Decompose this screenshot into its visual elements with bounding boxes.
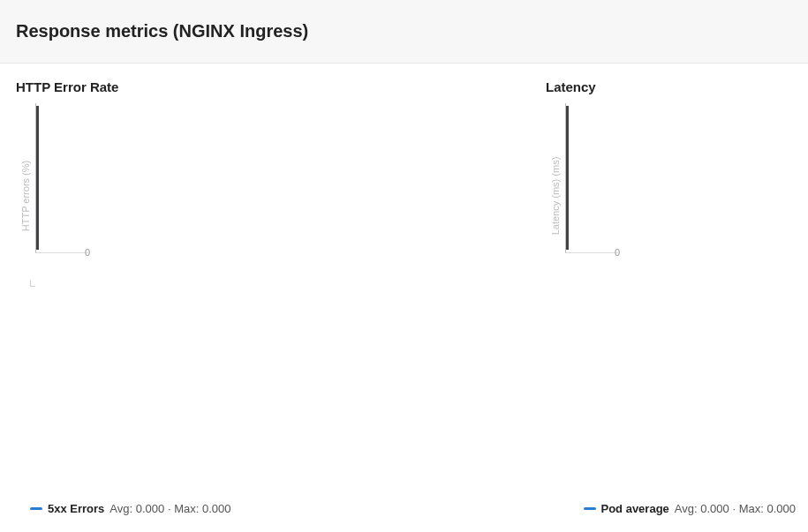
chart-http-error-rate: HTTP Error Rate HTTP errors (%) 0 — [16, 79, 546, 531]
panel-body: HTTP Error Rate HTTP errors (%) 0 Latenc… — [0, 64, 808, 531]
y-axis-label-text: HTTP errors (%) — [20, 161, 31, 231]
legend-sep: · — [168, 502, 171, 515]
chart-title: Latency — [546, 79, 793, 94]
legend-max-label: Max: — [174, 502, 199, 515]
legend-series-name: Pod average — [601, 502, 669, 515]
y-tick-0: 0 — [615, 247, 620, 258]
legend-avg-label: Avg: — [109, 502, 132, 515]
legend-sep: · — [732, 502, 736, 515]
legend-max-value: 0.000 — [766, 502, 796, 515]
legend-max-label: Max: — [739, 502, 764, 515]
legend-max-value: 0.000 — [202, 502, 231, 515]
legend-avg-value: 0.000 — [700, 502, 729, 515]
plot-area — [35, 103, 88, 253]
legend-stats: Avg: 0.000 · Max: 0.000 — [109, 502, 230, 515]
y-axis-label: Latency (ms) (ms) — [547, 103, 563, 288]
chart-plot: Latency (ms) (ms) 0 — [546, 103, 793, 288]
panel-header: Response metrics (NGINX Ingress) — [0, 0, 808, 64]
legend-avg-value: 0.000 — [136, 502, 165, 515]
y-axis-label-text: Latency (ms) (ms) — [550, 157, 561, 236]
panel-title: Response metrics (NGINX Ingress) — [16, 21, 792, 41]
legend-swatch-icon — [584, 507, 596, 510]
legend-latency: Pod average Avg: 0.000 · Max: 0.000 — [584, 502, 797, 515]
chart-latency: Latency Latency (ms) (ms) 0 — [546, 79, 793, 531]
legend-series-name: 5xx Errors — [48, 502, 104, 515]
plot-area — [565, 103, 618, 253]
legend-swatch-icon — [30, 507, 42, 510]
legend-http-error-rate: 5xx Errors Avg: 0.000 · Max: 0.000 — [30, 502, 231, 515]
chart-title: HTTP Error Rate — [16, 79, 546, 94]
legend-stats: Avg: 0.000 · Max: 0.000 — [675, 502, 796, 515]
y-axis-label: HTTP errors (%) — [18, 103, 34, 288]
metrics-panel: Response metrics (NGINX Ingress) HTTP Er… — [0, 0, 808, 531]
chart-plot: HTTP errors (%) 0 — [16, 103, 546, 288]
legend-avg-label: Avg: — [675, 502, 698, 515]
y-tick-0: 0 — [85, 247, 90, 258]
axis-tick-icon — [30, 280, 35, 287]
